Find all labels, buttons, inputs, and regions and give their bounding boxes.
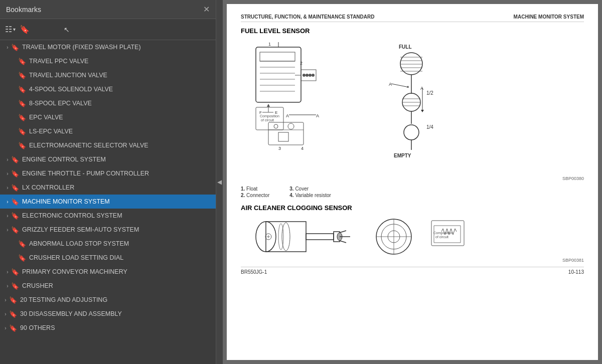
svg-point-32 bbox=[274, 124, 278, 128]
bookmark-item-travel-motor[interactable]: › 🔖 TRAVEL MOTOR (FIXED SWASH PLATE) bbox=[0, 40, 216, 54]
section2-title: AIR CLEANER CLOGGING SENSOR bbox=[241, 204, 584, 212]
svg-point-56 bbox=[404, 125, 419, 140]
bookmark-label: TRAVEL PPC VALVE bbox=[29, 58, 88, 65]
bookmark-item-epc[interactable]: 🔖 EPC VALVE bbox=[0, 110, 216, 124]
bookmark-leaf-icon: 🔖 bbox=[18, 86, 27, 93]
svg-text:FULL: FULL bbox=[399, 44, 412, 50]
svg-text:1: 1 bbox=[268, 42, 271, 47]
bookmark-label: TRAVEL JUNCTION VALVE bbox=[29, 72, 107, 79]
doc-header-left: STRUCTURE, FUNCTION, & MAINTENANCE STAND… bbox=[241, 14, 374, 20]
bookmark-item-crusher-load[interactable]: 🔖 CRUSHER LOAD SETTING DIAL bbox=[0, 251, 216, 265]
svg-point-13 bbox=[306, 74, 309, 77]
bookmark-item-crusher[interactable]: › 🔖 CRUSHER bbox=[0, 279, 216, 293]
bookmark-leaf-icon: 🔖 bbox=[18, 114, 27, 121]
bookmark-item-30-disassembly[interactable]: › 🔖 30 DISASSEMBLY AND ASSEMBLY bbox=[0, 307, 216, 321]
document-page: STRUCTURE, FUNCTION, & MAINTENANCE STAND… bbox=[227, 4, 598, 360]
svg-text:of circuit: of circuit bbox=[435, 235, 448, 239]
bookmark-leaf-icon: 🔖 bbox=[11, 212, 20, 220]
bookmark-label: ABNORMAL LOAD STOP SYSTEM bbox=[29, 240, 129, 247]
bookmark-leaf-icon: 🔖 bbox=[18, 254, 27, 262]
bookmark-label: LX CONTROLLER bbox=[22, 184, 74, 191]
svg-line-66 bbox=[340, 231, 346, 233]
bookmark-item-abnormal-load[interactable]: 🔖 ABNORMAL LOAD STOP SYSTEM bbox=[0, 237, 216, 251]
sbp-label-2: SBP00381 bbox=[241, 258, 584, 263]
fuel-level-diagram: 1 2 bbox=[241, 40, 584, 170]
bookmark-item-primary-conveyor[interactable]: › 🔖 PRIMARY CONVEYOR MACHINERY bbox=[0, 265, 216, 279]
svg-text:1/4: 1/4 bbox=[426, 124, 433, 130]
document-panel: STRUCTURE, FUNCTION, & MAINTENANCE STAND… bbox=[223, 0, 602, 364]
bookmark-icon: 🔖 bbox=[20, 25, 30, 34]
bookmark-leaf-icon: 🔖 bbox=[9, 310, 18, 318]
bookmark-label: PRIMARY CONVEYOR MACHINERY bbox=[22, 268, 127, 275]
expand-arrow: › bbox=[4, 283, 11, 289]
bookmark-item-travel-ppc[interactable]: 🔖 TRAVEL PPC VALVE bbox=[0, 54, 216, 68]
bookmark-leaf-icon: 🔖 bbox=[18, 58, 27, 65]
bookmark-label: GRIZZLY FEEDER SEMI-AUTO SYSTEM bbox=[22, 226, 139, 233]
bookmark-item-em-selector[interactable]: 🔖 ELECTROMAGNETIC SELECTOR VALVE bbox=[0, 138, 216, 152]
sbp-label-1: SBP00380 bbox=[241, 176, 584, 181]
chevron-down-icon: ▾ bbox=[13, 27, 16, 32]
close-button[interactable]: ✕ bbox=[203, 6, 210, 14]
bookmarks-header: Bookmarks ✕ bbox=[0, 0, 216, 19]
svg-point-62 bbox=[278, 224, 283, 250]
bookmark-item-grizzly[interactable]: › 🔖 GRIZZLY FEEDER SEMI-AUTO SYSTEM bbox=[0, 223, 216, 237]
bookmark-item-20-testing[interactable]: › 🔖 20 TESTING AND ADJUSTING bbox=[0, 293, 216, 307]
svg-marker-24 bbox=[267, 104, 270, 107]
bookmarks-panel: Bookmarks ✕ ☷ ▾ 🔖 ↖ › 🔖 TRAVEL MOTOR (FI… bbox=[0, 0, 216, 364]
bookmark-item-electronic-control[interactable]: › 🔖 ELECTRONIC CONTROL SYSTEM bbox=[0, 209, 216, 223]
legend-section-2: 3. Cover 4. Variable resistor bbox=[289, 186, 331, 199]
section1-title: FUEL LEVEL SENSOR bbox=[241, 27, 584, 35]
bookmark-label: 20 TESTING AND ADJUSTING bbox=[20, 296, 107, 303]
bookmark-item-lx-controller[interactable]: › 🔖 LX CONTROLLER bbox=[0, 180, 216, 195]
bookmark-item-machine-monitor[interactable]: › 🔖 MACHINE MONITOR SYSTEM bbox=[0, 195, 216, 209]
expand-arrow: › bbox=[2, 311, 9, 317]
bookmark-item-engine-control[interactable]: › 🔖 ENGINE CONTROL SYSTEM bbox=[0, 152, 216, 166]
bookmarks-title: Bookmarks bbox=[6, 6, 41, 14]
bookmark-item-4spool[interactable]: 🔖 4-SPOOL SOLENOLD VALVE bbox=[0, 82, 216, 96]
air-cleaner-diagram: Composition of circuit bbox=[241, 217, 584, 257]
bookmark-label: 30 DISASSEMBLY AND ASSEMBLY bbox=[20, 310, 122, 317]
bookmark-view-button[interactable]: 🔖 bbox=[20, 25, 30, 34]
svg-text:1/2: 1/2 bbox=[426, 90, 433, 96]
doc-footer-right: 10-113 bbox=[568, 269, 584, 275]
svg-rect-1 bbox=[256, 47, 301, 102]
doc-footer-left: BR550JG-1 bbox=[241, 269, 267, 275]
bookmark-item-travel-junction[interactable]: 🔖 TRAVEL JUNCTION VALVE bbox=[0, 68, 216, 82]
svg-text:A: A bbox=[420, 86, 423, 91]
svg-text:F: F bbox=[259, 110, 262, 115]
air-sensor-round-svg bbox=[371, 217, 416, 257]
document-header: STRUCTURE, FUNCTION, & MAINTENANCE STAND… bbox=[241, 14, 584, 22]
collapse-arrow-icon: ◀ bbox=[217, 178, 222, 186]
svg-text:A: A bbox=[389, 82, 392, 87]
list-view-button[interactable]: ☷ ▾ bbox=[5, 25, 16, 34]
svg-line-68 bbox=[340, 241, 346, 243]
bookmark-leaf-icon: 🔖 bbox=[18, 72, 27, 79]
expand-arrow: › bbox=[4, 213, 11, 219]
bookmark-label: 4-SPOOL SOLENOLD VALVE bbox=[29, 86, 113, 93]
svg-text:Composition: Composition bbox=[260, 114, 279, 118]
bookmark-leaf-icon: 🔖 bbox=[18, 128, 27, 135]
svg-point-15 bbox=[312, 74, 315, 77]
bookmark-leaf-icon: 🔖 bbox=[9, 296, 18, 304]
svg-text:EMPTY: EMPTY bbox=[394, 153, 411, 158]
svg-rect-63 bbox=[306, 234, 334, 240]
bookmark-label: CRUSHER bbox=[22, 282, 53, 289]
bookmark-leaf-icon: 🔖 bbox=[18, 100, 27, 107]
bookmark-label: 8-SPOOL EPC VALVE bbox=[29, 100, 92, 107]
svg-rect-2 bbox=[260, 52, 295, 61]
svg-text:E: E bbox=[275, 110, 277, 115]
bookmark-leaf-icon: 🔖 bbox=[11, 226, 20, 234]
bookmark-label: MACHINE MONITOR SYSTEM bbox=[22, 198, 110, 205]
bookmark-item-8spool[interactable]: 🔖 8-SPOOL EPC VALVE bbox=[0, 96, 216, 110]
bookmark-item-engine-throttle[interactable]: › 🔖 ENGINE THROTTLE - PUMP CONTROLLER bbox=[0, 166, 216, 180]
expand-arrow: › bbox=[2, 325, 9, 331]
document-footer: BR550JG-1 10-113 bbox=[241, 267, 584, 275]
svg-text:A: A bbox=[316, 113, 319, 118]
air-sensor-circuit-svg: Composition of circuit bbox=[426, 217, 472, 257]
bookmark-item-90-others[interactable]: › 🔖 90 OTHERS bbox=[0, 321, 216, 335]
svg-point-14 bbox=[309, 74, 312, 77]
collapse-panel-handle[interactable]: ◀ bbox=[216, 0, 223, 364]
bookmark-item-ls-epc[interactable]: 🔖 LS-EPC VALVE bbox=[0, 124, 216, 138]
bookmarks-list: › 🔖 TRAVEL MOTOR (FIXED SWASH PLATE) 🔖 T… bbox=[0, 40, 216, 364]
svg-text:A: A bbox=[286, 113, 289, 118]
